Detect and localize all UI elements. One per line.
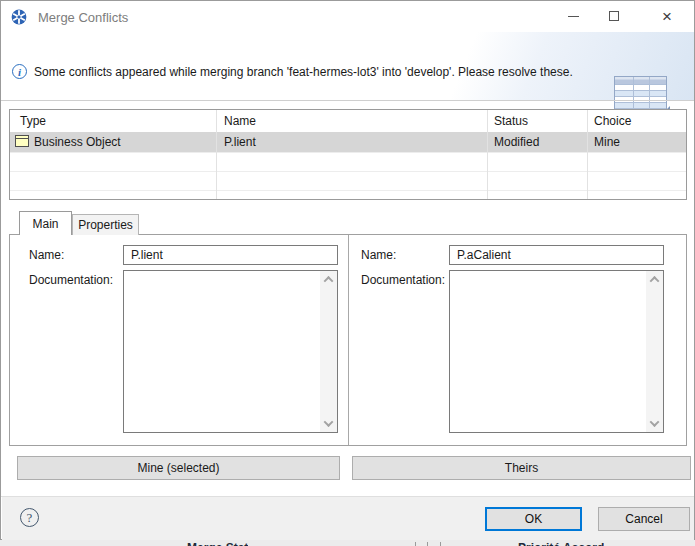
- column-header-type[interactable]: Type: [20, 114, 46, 128]
- tab-content-panel: Name: Documentation: Name: Documentation…: [9, 234, 687, 446]
- screen: Merge Conflicts × i Some conflicts appea…: [0, 0, 695, 546]
- tab-main-label: Main: [32, 217, 58, 231]
- column-header-name[interactable]: Name: [224, 114, 256, 128]
- mine-documentation-label: Documentation:: [29, 273, 113, 287]
- background-text-fragment: Priorité Accord: [518, 542, 604, 546]
- row-name-cell: P.lient: [224, 135, 256, 149]
- ok-button-label: OK: [525, 512, 542, 526]
- theirs-documentation-box: [449, 270, 664, 433]
- mine-button-label: Mine (selected): [137, 461, 219, 475]
- maximize-icon: [609, 11, 619, 21]
- column-header-status[interactable]: Status: [494, 114, 528, 128]
- scroll-up-icon[interactable]: [646, 271, 663, 288]
- background-text-fragment: Merge Stat: [187, 542, 248, 546]
- info-icon: i: [12, 64, 27, 79]
- column-divider: [487, 110, 488, 199]
- business-object-icon: [15, 135, 29, 147]
- theirs-documentation-textarea[interactable]: [450, 271, 646, 432]
- scroll-down-icon[interactable]: [646, 415, 663, 432]
- theirs-button-label: Theirs: [505, 461, 538, 475]
- mine-name-input[interactable]: [123, 245, 338, 265]
- background-divider-fragment: [427, 542, 428, 546]
- cancel-button[interactable]: Cancel: [598, 507, 690, 531]
- tab-properties-label: Properties: [78, 218, 133, 232]
- maximize-button[interactable]: [598, 3, 630, 29]
- theirs-name-label: Name:: [361, 248, 396, 262]
- mine-name-label: Name:: [29, 248, 64, 262]
- minimize-button[interactable]: [557, 3, 589, 29]
- table-empty-row: [10, 152, 686, 153]
- minimize-icon: [568, 16, 579, 17]
- banner-message: Some conflicts appeared while merging br…: [34, 65, 573, 79]
- app-icon: [11, 9, 27, 25]
- merge-conflicts-dialog: Merge Conflicts × i Some conflicts appea…: [0, 0, 695, 540]
- table-empty-row: [10, 190, 686, 191]
- background-divider-fragment: [415, 542, 416, 546]
- background-app-strip: Merge Stat Priorité Accord: [0, 540, 695, 546]
- cancel-button-label: Cancel: [625, 512, 662, 526]
- help-button[interactable]: ?: [20, 508, 39, 527]
- ok-button[interactable]: OK: [485, 507, 582, 531]
- column-divider: [216, 110, 217, 199]
- scroll-up-icon[interactable]: [320, 271, 337, 288]
- panel-divider: [348, 235, 349, 445]
- close-button[interactable]: ×: [651, 3, 683, 29]
- tab-main[interactable]: Main: [19, 211, 72, 235]
- footer-bar: ? OK Cancel: [2, 497, 694, 540]
- mine-documentation-textarea[interactable]: [124, 271, 320, 432]
- tab-properties[interactable]: Properties: [72, 214, 139, 235]
- close-icon: ×: [662, 8, 672, 25]
- table-empty-row: [10, 171, 686, 172]
- theirs-documentation-label: Documentation:: [361, 273, 445, 287]
- conflict-table: Type Name Status Choice Business Object …: [9, 109, 687, 200]
- theirs-button[interactable]: Theirs: [352, 456, 691, 480]
- background-divider-fragment: [440, 542, 441, 546]
- help-icon: ?: [27, 510, 33, 526]
- title-bar: Merge Conflicts ×: [1, 1, 694, 32]
- row-choice-cell: Mine: [594, 135, 620, 149]
- row-type-cell: Business Object: [34, 135, 121, 149]
- column-divider: [587, 110, 588, 199]
- theirs-name-input[interactable]: [449, 245, 664, 265]
- mine-doc-scrollbar[interactable]: [320, 271, 337, 432]
- message-banner: i Some conflicts appeared while merging …: [2, 32, 694, 100]
- banner-separator: [1, 100, 694, 101]
- theirs-doc-scrollbar[interactable]: [646, 271, 663, 432]
- mine-documentation-box: [123, 270, 338, 433]
- window-title: Merge Conflicts: [38, 10, 128, 25]
- scroll-down-icon[interactable]: [320, 415, 337, 432]
- column-header-choice[interactable]: Choice: [594, 114, 631, 128]
- row-status-cell: Modified: [494, 135, 539, 149]
- mine-button[interactable]: Mine (selected): [17, 456, 340, 480]
